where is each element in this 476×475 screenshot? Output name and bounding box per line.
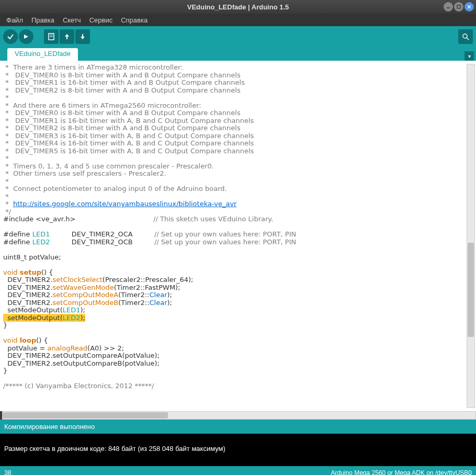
verify-button[interactable]	[3, 29, 18, 44]
window-title: VEduino_LEDfade | Arduino 1.5	[187, 3, 289, 11]
tab-sketch[interactable]: VEduino_LEDfade	[7, 48, 78, 61]
svg-rect-1	[457, 5, 460, 8]
svg-marker-9	[81, 34, 85, 39]
svg-marker-8	[65, 34, 69, 39]
vertical-scrollbar[interactable]	[467, 64, 475, 408]
save-button[interactable]	[75, 29, 90, 44]
menubar: Файл Правка Скетч Сервис Справка	[0, 14, 476, 26]
scrollbar-thumb[interactable]	[468, 243, 474, 337]
url-link[interactable]: http://sites.google.com/site/vanyambause…	[13, 200, 237, 208]
open-button[interactable]	[60, 29, 74, 44]
titlebar: VEduino_LEDfade | Arduino 1.5	[0, 0, 476, 14]
upload-button[interactable]	[19, 29, 33, 44]
statusbar: 38 Arduino Mega 2560 or Mega ADK on /dev…	[0, 466, 476, 475]
board-info: Arduino Mega 2560 or Mega ADK on /dev/tt…	[331, 469, 472, 476]
menu-help[interactable]: Справка	[118, 15, 151, 25]
compile-status-text: Компилирование выполнено	[4, 423, 95, 431]
line-number: 38	[4, 469, 11, 476]
scrollbar-thumb-h[interactable]	[3, 412, 168, 419]
window-controls	[444, 2, 474, 12]
console-line: Размер скетча в двоичном коде: 848 байт …	[4, 445, 225, 453]
menu-edit[interactable]: Правка	[28, 15, 58, 25]
compile-status: Компилирование выполнено	[0, 420, 476, 434]
minimize-button[interactable]	[444, 2, 453, 12]
serial-monitor-button[interactable]	[458, 29, 473, 44]
close-button[interactable]	[464, 2, 474, 12]
horizontal-scrollbar[interactable]	[2, 411, 476, 420]
maximize-button[interactable]	[454, 2, 463, 12]
svg-line-11	[467, 38, 469, 40]
console[interactable]: Размер скетча в двоичном коде: 848 байт …	[0, 434, 476, 466]
code-editor[interactable]: * There are 3 timers in ATmega328 microc…	[3, 64, 463, 408]
tab-menu-button[interactable]: ▾	[464, 51, 474, 61]
tabbar: VEduino_LEDfade ▾	[0, 47, 476, 61]
editor-area: * There are 3 timers in ATmega328 microc…	[0, 61, 476, 411]
menu-sketch[interactable]: Скетч	[60, 15, 84, 25]
svg-point-10	[463, 34, 467, 38]
new-button[interactable]	[44, 29, 59, 44]
menu-service[interactable]: Сервис	[86, 15, 116, 25]
menu-file[interactable]: Файл	[3, 15, 26, 25]
highlighted-line: setModeOutput(LED2);	[3, 314, 85, 322]
svg-marker-4	[24, 35, 28, 39]
toolbar	[0, 26, 476, 47]
